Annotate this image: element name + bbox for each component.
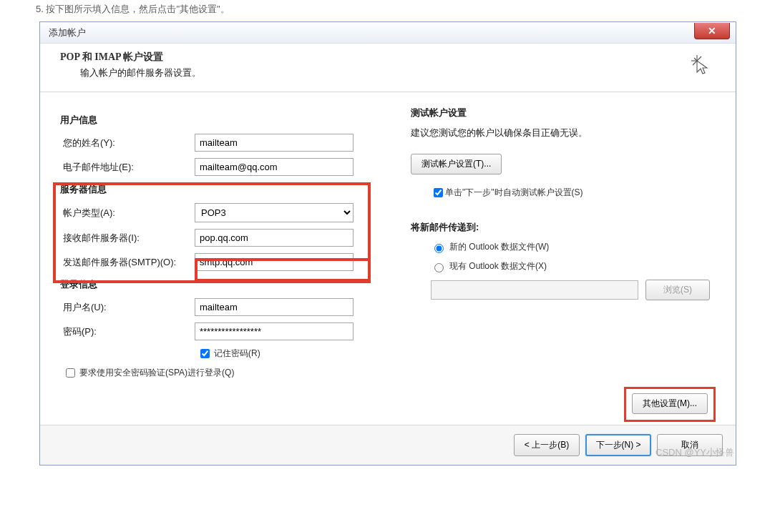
annotation-highlight-more-settings: 其他设置(M)...	[624, 387, 716, 422]
label-name: 您的姓名(Y):	[63, 137, 195, 149]
close-icon: ✕	[708, 25, 716, 36]
auto-test-checkbox[interactable]	[434, 188, 443, 197]
browse-button[interactable]: 浏览(S)	[645, 280, 710, 300]
test-account-button[interactable]: 测试帐户设置(T)...	[411, 154, 502, 174]
outgoing-server-input[interactable]	[195, 253, 354, 271]
dialog-footer: < 上一步(B) 下一步(N) > 取消	[40, 425, 736, 465]
more-settings-button[interactable]: 其他设置(M)...	[632, 393, 708, 414]
label-existing-file: 现有 Outlook 数据文件(X)	[449, 260, 547, 272]
svg-line-3	[697, 56, 701, 61]
close-button[interactable]: ✕	[694, 23, 730, 39]
label-account-type: 帐户类型(A):	[63, 207, 195, 220]
remember-password-checkbox[interactable]	[200, 349, 210, 358]
incoming-server-input[interactable]	[195, 229, 354, 247]
next-button[interactable]: 下一步(N) >	[585, 434, 651, 456]
username-input[interactable]	[195, 298, 354, 316]
svg-line-4	[693, 61, 697, 65]
label-email: 电子邮件地址(E):	[63, 161, 195, 174]
label-new-file: 新的 Outlook 数据文件(W)	[449, 241, 549, 253]
section-login-info: 登录信息	[60, 278, 396, 291]
dialog-title: 添加帐户	[40, 26, 86, 39]
label-require-spa: 要求使用安全密码验证(SPA)进行登录(Q)	[79, 367, 234, 379]
section-user-info: 用户信息	[60, 114, 396, 127]
section-deliver-to: 将新邮件传递到:	[411, 221, 716, 234]
account-type-select[interactable]: POP3	[195, 203, 354, 222]
require-spa-checkbox[interactable]	[66, 368, 75, 378]
test-description: 建议您测试您的帐户以确保条目正确无误。	[411, 127, 716, 139]
add-account-dialog: 添加帐户 ✕ POP 和 IMAP 帐户设置 输入帐户的邮件服务器设置。 用户信…	[39, 21, 736, 466]
instruction-text: 5. 按下图所示填入信息，然后点击"其他设置"。	[0, 0, 775, 21]
label-auto-test: 单击"下一步"时自动测试帐户设置(S)	[445, 187, 583, 199]
label-password: 密码(P):	[63, 325, 195, 338]
label-incoming: 接收邮件服务器(I):	[63, 232, 195, 245]
section-server-info: 服务器信息	[60, 183, 396, 196]
title-bar: 添加帐户 ✕	[40, 22, 736, 44]
dialog-header: POP 和 IMAP 帐户设置 输入帐户的邮件服务器设置。	[40, 44, 736, 92]
email-input[interactable]	[195, 158, 354, 176]
label-outgoing: 发送邮件服务器(SMTP)(O):	[63, 256, 195, 269]
left-column: 用户信息 您的姓名(Y): 电子邮件地址(E): 服务器信息 帐户类型(A): …	[60, 107, 396, 380]
label-username: 用户名(U):	[63, 301, 195, 314]
svg-line-0	[694, 58, 697, 61]
name-input[interactable]	[195, 134, 354, 152]
label-remember-pw: 记住密码(R)	[214, 348, 260, 360]
header-title: POP 和 IMAP 帐户设置	[60, 51, 201, 64]
cancel-button[interactable]: 取消	[657, 434, 723, 456]
right-column: 测试帐户设置 建议您测试您的帐户以确保条目正确无误。 测试帐户设置(T)... …	[396, 107, 716, 380]
new-datafile-radio[interactable]	[434, 244, 444, 253]
section-test-settings: 测试帐户设置	[411, 107, 716, 119]
existing-datafile-radio[interactable]	[434, 263, 444, 272]
back-button[interactable]: < 上一步(B)	[514, 434, 580, 456]
header-subtitle: 输入帐户的邮件服务器设置。	[60, 64, 201, 79]
cursor-click-icon	[687, 51, 716, 82]
password-input[interactable]	[195, 322, 354, 340]
datafile-path-input	[431, 280, 638, 300]
